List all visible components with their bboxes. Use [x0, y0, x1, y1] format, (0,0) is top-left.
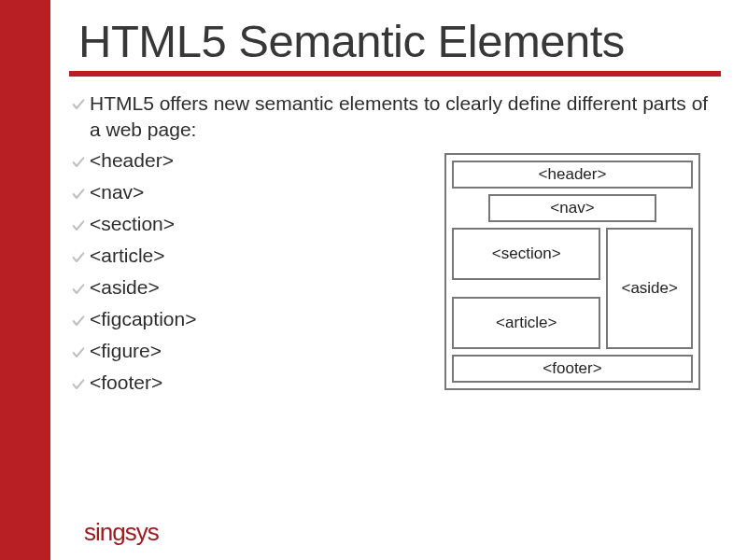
diagram-aside-box: <aside>	[606, 228, 693, 349]
diagram-header-box: <header>	[452, 161, 693, 189]
list-item-label: <aside>	[90, 276, 160, 299]
slide-content: HTML5 offers new semantic elements to cl…	[50, 77, 747, 396]
check-icon	[71, 306, 90, 332]
check-icon	[71, 243, 90, 269]
check-icon	[71, 211, 90, 237]
diagram-footer-box: <footer>	[452, 355, 693, 383]
diagram-left-column: <section> <article>	[452, 228, 600, 349]
brand-logo: singsys	[84, 518, 159, 547]
layout-diagram: <header> <nav> <section> <article> <asid…	[444, 153, 700, 390]
list-item-label: <figure>	[90, 340, 162, 362]
accent-sidebar	[0, 0, 50, 560]
check-icon	[71, 179, 90, 205]
diagram-section-box: <section>	[452, 228, 600, 280]
check-icon	[71, 370, 90, 396]
diagram-nav-box: <nav>	[488, 194, 656, 222]
intro-text: HTML5 offers new semantic elements to cl…	[90, 90, 721, 142]
list-item-label: <article>	[90, 245, 165, 267]
check-icon	[71, 274, 90, 301]
check-icon	[71, 338, 90, 364]
list-item-label: <footer>	[90, 371, 162, 394]
check-icon	[71, 147, 90, 174]
list-item-label: <header>	[90, 149, 174, 172]
list-item-label: <nav>	[90, 181, 144, 203]
diagram-article-box: <article>	[452, 297, 600, 349]
intro-bullet: HTML5 offers new semantic elements to cl…	[71, 90, 721, 142]
list-item-label: <figcaption>	[90, 308, 196, 330]
diagram-middle: <section> <article> <aside>	[452, 228, 693, 349]
slide-body: HTML5 Semantic Elements HTML5 offers new…	[50, 0, 747, 560]
slide-title: HTML5 Semantic Elements	[50, 0, 747, 71]
list-item-label: <section>	[90, 213, 175, 235]
check-icon	[71, 90, 90, 116]
